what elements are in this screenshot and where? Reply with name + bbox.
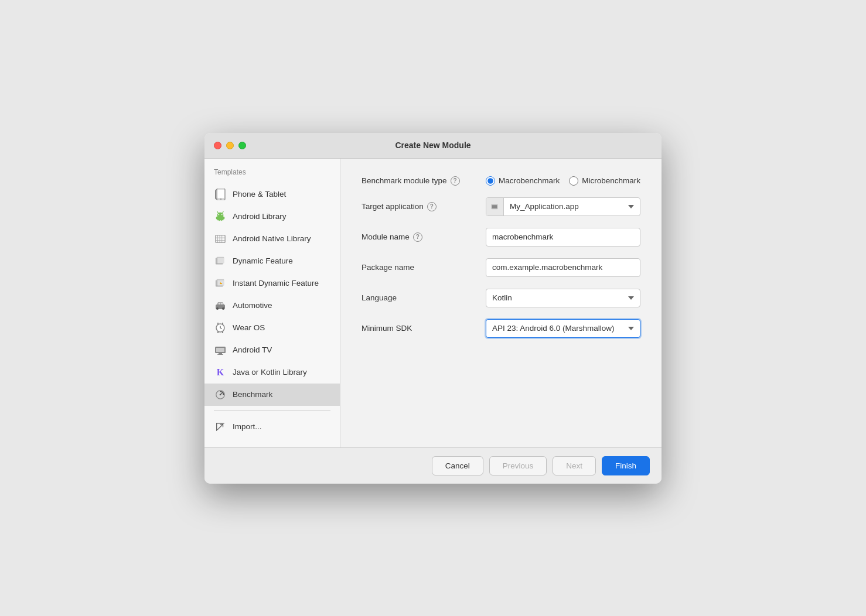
sidebar-item-instant-dynamic-feature[interactable]: Instant Dynamic Feature [204,272,340,295]
macrobenchmark-label: Macrobenchmark [499,176,560,185]
create-new-module-dialog: Create New Module Templates Phone & Tabl… [204,133,662,484]
radio-group: Macrobenchmark Microbenchmark [486,176,640,186]
svg-rect-42 [216,348,224,352]
import-icon [214,420,227,433]
language-row: Language Kotlin Java [362,289,640,307]
svg-rect-43 [219,353,222,354]
sidebar-item-import-label: Import... [233,422,262,431]
next-button[interactable]: Next [553,456,596,475]
dialog-footer: Cancel Previous Next Finish [204,447,662,484]
svg-point-6 [221,214,223,215]
minimum-sdk-label: Minimum SDK [362,324,479,333]
android-tv-icon [214,344,227,357]
svg-line-7 [217,211,219,213]
svg-point-5 [218,214,219,215]
sidebar-item-dynamic-feature[interactable]: Dynamic Feature [204,250,340,272]
svg-rect-12 [219,218,220,221]
automotive-icon [214,299,227,312]
package-name-input[interactable] [486,258,640,277]
sidebar-item-android-library-label: Android Library [233,212,287,221]
android-native-library-icon [214,232,227,245]
svg-rect-10 [216,217,218,220]
svg-point-29 [216,307,219,310]
sidebar-divider [214,410,330,411]
sidebar-item-android-tv[interactable]: Android TV [204,339,340,361]
language-select[interactable]: Kotlin Java [486,289,640,307]
dynamic-feature-icon [214,255,227,268]
svg-rect-11 [223,217,225,220]
target-app-icon [486,198,504,215]
target-application-help[interactable]: ? [427,202,437,211]
benchmark-module-type-help[interactable]: ? [451,176,460,186]
svg-point-30 [222,307,224,310]
svg-point-47 [220,393,221,395]
sidebar-item-java-kotlin-library-label: Java or Kotlin Library [233,368,307,377]
sidebar-item-benchmark-label: Benchmark [233,390,272,399]
sidebar-item-wear-os[interactable]: Wear OS [204,317,340,339]
wear-os-icon [214,321,227,334]
module-name-row: Module name ? [362,228,640,247]
module-name-label: Module name ? [362,232,479,242]
benchmark-module-type-row: Benchmark module type ? Macrobenchmark M… [362,176,640,186]
title-bar: Create New Module [204,133,662,159]
traffic-lights [214,142,246,149]
right-panel: Benchmark module type ? Macrobenchmark M… [340,159,662,447]
previous-button[interactable]: Previous [489,456,547,475]
target-application-label: Target application ? [362,202,479,211]
svg-rect-9 [217,216,224,220]
svg-rect-50 [492,205,497,208]
svg-rect-31 [219,303,220,304]
microbenchmark-label: Microbenchmark [582,176,640,185]
minimum-sdk-select[interactable]: API 23: Android 6.0 (Marshmallow) API 21… [486,319,640,338]
sidebar-item-phone-tablet[interactable]: Phone & Tablet [204,183,340,206]
package-name-label: Package name [362,263,479,272]
phone-tablet-icon [214,188,227,201]
language-label: Language [362,293,479,302]
android-library-icon [214,210,227,223]
sidebar: Templates Phone & Tablet [204,159,340,447]
macrobenchmark-radio-input[interactable] [486,176,495,186]
minimum-sdk-row: Minimum SDK API 23: Android 6.0 (Marshma… [362,319,640,338]
sidebar-item-java-kotlin-library[interactable]: K Java or Kotlin Library [204,361,340,384]
macrobenchmark-radio[interactable]: Macrobenchmark [486,176,560,186]
instant-dynamic-feature-icon [214,277,227,290]
sidebar-item-import[interactable]: Import... [204,416,340,438]
svg-line-48 [218,424,223,429]
finish-button[interactable]: Finish [602,456,650,475]
svg-line-8 [223,211,224,213]
minimize-button[interactable] [226,142,234,149]
sidebar-item-benchmark[interactable]: Benchmark [204,384,340,406]
close-button[interactable] [214,142,221,149]
target-application-select-wrapper: My_Application.app [486,197,640,216]
java-kotlin-icon: K [214,366,227,379]
cancel-button[interactable]: Cancel [432,456,483,475]
sidebar-item-automotive-label: Automotive [233,301,272,310]
svg-rect-22 [218,258,224,263]
svg-rect-32 [221,303,223,304]
sidebar-item-automotive[interactable]: Automotive [204,295,340,317]
svg-rect-2 [217,190,224,198]
svg-rect-44 [217,354,223,355]
sidebar-item-android-library[interactable]: Android Library [204,206,340,228]
svg-point-3 [220,199,221,200]
target-application-row: Target application ? My_Application.app [362,197,640,216]
svg-rect-13 [221,218,222,221]
dialog-body: Templates Phone & Tablet [204,159,662,447]
sidebar-item-android-native-library-label: Android Native Library [233,234,311,243]
sidebar-item-instant-dynamic-feature-label: Instant Dynamic Feature [233,279,319,288]
sidebar-item-dynamic-feature-label: Dynamic Feature [233,256,293,265]
benchmark-module-type-label: Benchmark module type ? [362,176,479,186]
sidebar-item-android-tv-label: Android TV [233,345,272,354]
module-name-help[interactable]: ? [413,232,422,242]
dialog-title: Create New Module [395,141,470,150]
benchmark-icon [214,388,227,401]
package-name-row: Package name [362,258,640,277]
target-application-select[interactable]: My_Application.app [504,199,640,214]
sidebar-item-wear-os-label: Wear OS [233,323,265,332]
module-name-input[interactable] [486,228,640,247]
svg-rect-14 [216,235,225,242]
maximize-button[interactable] [238,142,246,149]
microbenchmark-radio[interactable]: Microbenchmark [569,176,640,186]
microbenchmark-radio-input[interactable] [569,176,578,186]
sidebar-item-android-native-library[interactable]: Android Native Library [204,228,340,250]
